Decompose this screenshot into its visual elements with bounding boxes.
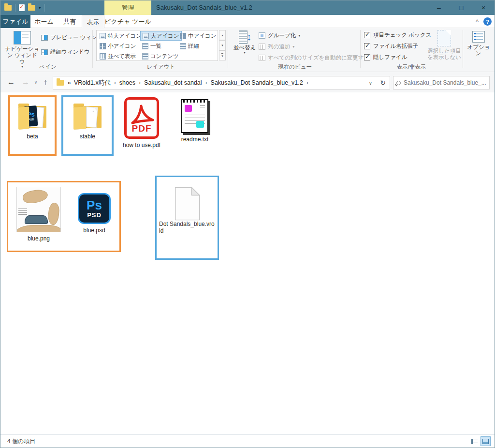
search-box[interactable]	[393, 76, 490, 90]
folder-icon[interactable]	[4, 5, 12, 11]
layout-group-label: レイアウト	[96, 63, 226, 71]
breadcrumb-separator-icon[interactable]: ›	[202, 79, 211, 86]
item-count: 4 個の項目	[7, 437, 35, 446]
file-item-readme[interactable]: readme.txt	[172, 99, 218, 143]
gallery-more-button[interactable]: ▾	[219, 50, 226, 60]
context-tab-header: 管理	[104, 0, 151, 15]
customize-toolbar-icon[interactable]: ▾	[39, 0, 41, 15]
file-name: blue.png	[28, 235, 50, 242]
file-extensions-toggle[interactable]: ✓ ファイル名拡張子	[364, 43, 418, 50]
window-title: Sakusaku_Dot Sandals_blue_v1.2	[156, 0, 252, 15]
sort-arrow-icon: ↕	[247, 30, 251, 43]
view-medium-icons[interactable]: 中アイコン	[178, 31, 218, 41]
gallery-scroll-up-button[interactable]: ▴	[219, 30, 226, 40]
tab-view[interactable]: 表示	[82, 15, 104, 29]
view-extra-large-icons[interactable]: 特大アイコン	[98, 31, 144, 41]
address-toolbar: ← → ∨ ↑ « VRoid1.x時代 › shoes › Sakusaku_…	[0, 72, 495, 92]
view-content[interactable]: コンテンツ	[140, 51, 181, 61]
group-by-button[interactable]: グループ化 ▾	[259, 32, 300, 39]
file-list-area[interactable]: PsPSD beta stable PDF how to use.pdf	[0, 92, 495, 435]
refresh-button[interactable]: ↻	[376, 76, 390, 90]
chevron-down-icon: ▾	[292, 45, 294, 49]
file-name: how to use.pdf	[123, 142, 160, 149]
address-bar[interactable]: « VRoid1.x時代 › shoes › Sakusaku_dot sand…	[53, 76, 377, 90]
options-icon	[472, 31, 485, 43]
file-item-vroid[interactable]: Dot Sandals_blue.vroid	[155, 176, 219, 260]
pdf-icon: PDF	[124, 97, 159, 139]
divider	[228, 30, 228, 68]
view-large-icons[interactable]: 大アイコン	[140, 31, 182, 41]
small-icons-icon	[100, 43, 106, 49]
breadcrumb-segment[interactable]: VRoid1.x時代	[71, 79, 111, 87]
folder-icon: PsPSD	[17, 102, 48, 130]
tab-share[interactable]: 共有	[58, 15, 82, 28]
view-list[interactable]: 一覧	[140, 41, 163, 51]
ribbon: ナビゲーション ウィンドウ ▾ プレビュー ウィンドウ 詳細ウィンドウ ペイン …	[0, 28, 495, 72]
up-button[interactable]: ↑	[39, 72, 52, 92]
breadcrumb-segment[interactable]: shoes	[119, 79, 135, 86]
location-folder-icon	[57, 80, 64, 86]
divider	[44, 4, 45, 12]
search-input[interactable]	[404, 79, 486, 86]
layout-gallery: 特大アイコン 大アイコン 中アイコン 小アイコン 一覧 詳細	[96, 30, 218, 61]
window-controls: – □ ×	[428, 0, 495, 15]
breadcrumb-separator-icon[interactable]: ›	[303, 79, 312, 86]
tab-home[interactable]: ホーム	[30, 15, 58, 28]
gallery-scroll-down-button[interactable]: ▾	[219, 40, 226, 50]
details-pane-button[interactable]: 詳細ウィンドウ	[41, 48, 90, 56]
group-by-icon	[259, 32, 265, 39]
view-label: 並べて表示	[108, 53, 136, 60]
details-view-button[interactable]	[469, 436, 480, 446]
address-dropdown-icon[interactable]: ∨	[369, 80, 376, 86]
item-checkboxes-toggle[interactable]: ✓ 項目チェック ボックス	[364, 31, 431, 39]
tiles-view-icon	[100, 53, 106, 60]
new-folder-icon[interactable]	[28, 5, 35, 11]
maximize-button[interactable]: □	[450, 0, 472, 15]
forward-button[interactable]: →	[19, 72, 32, 92]
view-details[interactable]: 詳細	[178, 41, 201, 51]
checkbox-icon[interactable]: ✓	[364, 32, 370, 38]
tab-picture-tools[interactable]: ピクチャ ツール	[104, 15, 151, 28]
notepad-icon	[181, 99, 208, 133]
extra-large-icons-icon	[100, 33, 106, 39]
add-columns-label: 列の追加	[268, 43, 290, 50]
file-item-blue-psd[interactable]: Ps PSD blue.psd	[73, 193, 115, 234]
add-columns-button: 列の追加 ▾	[259, 43, 294, 50]
breadcrumb-separator-icon[interactable]: ›	[135, 79, 144, 86]
minimize-button[interactable]: –	[428, 0, 450, 15]
sort-by-button[interactable]: ↕ 並べ替え ▾	[232, 30, 258, 55]
breadcrumb-segment[interactable]: Sakusaku_dot sandal	[144, 79, 202, 86]
file-item-pdf[interactable]: PDF how to use.pdf	[119, 97, 164, 149]
options-button[interactable]: オプション	[466, 31, 492, 57]
preview-pane-icon	[41, 35, 48, 41]
breadcrumb-segment[interactable]: Sakusaku_Dot Sandals_blue_v1.2	[211, 79, 303, 86]
annotation-group-orange: blue.png Ps PSD blue.psd	[7, 181, 121, 252]
view-tiles[interactable]: 並べて表示	[98, 51, 138, 61]
view-small-icons[interactable]: 小アイコン	[98, 41, 138, 51]
options-label: オプション	[466, 44, 492, 57]
hidden-files-toggle[interactable]: ✓ 隠しファイル	[364, 54, 407, 61]
thumbnail-view-button[interactable]	[480, 436, 491, 446]
collapse-ribbon-icon[interactable]: ^	[476, 18, 479, 25]
breadcrumb-separator-icon[interactable]: ›	[111, 79, 119, 86]
more-icon: ▾	[221, 53, 223, 58]
view-label: コンテンツ	[150, 53, 179, 60]
back-button[interactable]: ←	[4, 72, 18, 92]
hidden-files-label: 隠しファイル	[373, 54, 407, 61]
file-item-blue-png[interactable]: blue.png	[15, 187, 62, 242]
file-name: beta	[27, 133, 38, 140]
file-item-beta[interactable]: PsPSD beta	[8, 95, 57, 156]
checkbox-icon[interactable]: ✓	[364, 54, 370, 60]
help-icon[interactable]: ?	[483, 17, 492, 26]
ribbon-tab-row: ファイル ホーム 共有 表示 ピクチャ ツール ^ ?	[0, 15, 495, 28]
file-name: blue.psd	[83, 227, 105, 234]
divider	[360, 30, 361, 68]
checkbox-icon[interactable]: ✓	[364, 43, 370, 49]
group-by-label: グループ化	[268, 32, 296, 39]
close-button[interactable]: ×	[472, 0, 495, 15]
properties-icon[interactable]: ✓	[19, 4, 25, 11]
tab-file[interactable]: ファイル	[0, 15, 30, 28]
divider	[15, 4, 15, 12]
show-hide-group-label: 表示/非表示	[362, 63, 461, 71]
file-item-stable[interactable]: stable	[61, 95, 114, 156]
